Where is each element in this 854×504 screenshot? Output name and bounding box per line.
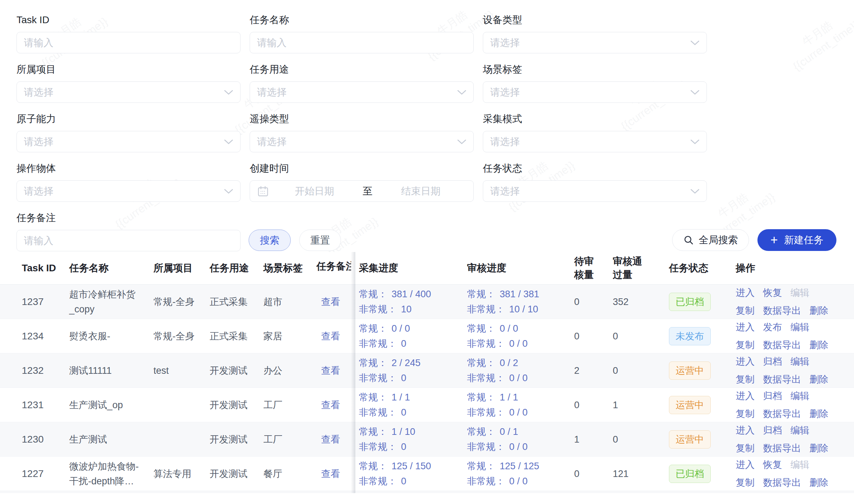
enter-link[interactable]: 进入 [736,285,755,300]
cell-collect-progress: 常规：1 / 1 非常规：0 [359,390,467,420]
enter-link[interactable]: 进入 [736,457,755,472]
enter-link[interactable]: 进入 [736,320,755,335]
select-placeholder: 请选择 [490,135,520,148]
delete-link[interactable]: 删除 [809,372,828,387]
task-id-input[interactable] [24,37,233,48]
collect-mode-select[interactable]: 请选择 [483,131,707,152]
chevron-down-icon [690,40,699,46]
scene-tag-select[interactable]: 请选择 [483,81,707,103]
export-link[interactable]: 数据导出 [763,303,801,318]
copy-link[interactable]: 复制 [736,406,755,422]
task-name-input[interactable] [257,37,466,48]
cell-actions: 进入 恢复 编辑 复制 数据导出 删除 [736,285,841,318]
select-placeholder: 请选择 [24,135,53,148]
status-badge: 已归档 [669,465,711,483]
delete-link[interactable]: 删除 [809,441,828,456]
field-operate-object: 操作物体 请选择 [17,163,241,201]
search-button[interactable]: 搜索 [249,230,291,251]
view-remark-link[interactable]: 查看 [321,400,340,410]
view-remark-link[interactable]: 查看 [321,297,340,307]
export-link[interactable]: 数据导出 [763,406,801,422]
header-pending-count: 待审核量 [574,255,613,281]
create-time-daterange[interactable]: 开始日期 至 结束日期 [250,180,474,202]
delete-link[interactable]: 删除 [809,475,828,490]
restore-link[interactable]: 恢复 [763,285,782,300]
operate-object-select[interactable]: 请选择 [17,180,241,202]
enter-link[interactable]: 进入 [736,423,755,438]
edit-link[interactable]: 编辑 [790,389,809,404]
enter-link[interactable]: 进入 [736,354,755,369]
table-row: 1231 生产测试_op 开发测试 工厂 查看 常规：1 / 1 非常规：0 常… [0,388,854,422]
cell-status: 运营中 [669,362,736,380]
delete-link[interactable]: 删除 [809,338,828,353]
project-select[interactable]: 请选择 [17,81,241,103]
search-icon [683,235,694,245]
task-name-input-wrap [250,32,474,53]
task-remark-input[interactable] [24,235,233,246]
edit-link[interactable]: 编辑 [790,354,809,369]
export-link[interactable]: 数据导出 [763,441,801,456]
end-date-input[interactable]: 结束日期 [375,185,466,198]
select-placeholder: 请选择 [490,36,520,49]
copy-link[interactable]: 复制 [736,441,755,456]
create-task-button[interactable]: + 新建任务 [757,229,836,251]
cell-purpose: 正式采集 [210,294,263,309]
reset-button[interactable]: 重置 [299,230,341,251]
cell-review-progress: 常规：381 / 381 非常规：10 / 10 [467,287,574,317]
cell-status: 未发布 [669,327,736,345]
edit-link[interactable]: 编辑 [790,320,809,335]
export-link[interactable]: 数据导出 [763,475,801,490]
enter-link[interactable]: 进入 [736,389,755,404]
view-remark-link[interactable]: 查看 [321,469,340,479]
view-remark-link[interactable]: 查看 [321,434,340,445]
cell-purpose: 开发测试 [210,363,263,378]
date-range-separator: 至 [360,185,375,198]
header-approved-count: 审核通过量 [613,255,669,281]
cell-actions: 进入 归档 编辑 复制 数据导出 删除 [736,354,841,387]
export-link[interactable]: 数据导出 [763,372,801,387]
task-status-select[interactable]: 请选择 [483,180,707,202]
cell-approved-count: 0 [613,363,669,378]
delete-link[interactable]: 删除 [809,303,828,318]
cell-review-progress: 常规：125 / 125 非常规：0 / 0 [467,459,574,489]
cell-pending-count: 0 [574,294,613,309]
field-atomic-ability: 原子能力 请选择 [17,113,241,152]
archive-link[interactable]: 归档 [763,354,782,369]
cell-purpose: 开发测试 [210,432,263,447]
create-task-label: 新建任务 [784,233,823,247]
cell-actions: 进入 归档 编辑 复制 数据导出 删除 [736,423,841,456]
publish-link[interactable]: 发布 [763,320,782,335]
atomic-ability-select[interactable]: 请选择 [17,131,241,152]
delete-link[interactable]: 删除 [809,406,828,422]
field-task-name: 任务名称 [250,14,474,53]
field-task-remark: 任务备注 [17,212,241,251]
start-date-input[interactable]: 开始日期 [269,185,360,198]
global-search-label: 全局搜索 [699,233,738,247]
device-type-select[interactable]: 请选择 [483,32,707,53]
global-search-button[interactable]: 全局搜索 [672,229,749,251]
cell-task-id: 1234 [22,329,69,344]
field-collect-mode: 采集模式 请选择 [483,113,707,152]
view-remark-link[interactable]: 查看 [321,331,340,341]
cell-project: 常规-全身 [153,294,210,309]
edit-link[interactable]: 编辑 [790,423,809,438]
chevron-down-icon [224,139,233,145]
select-placeholder: 请选择 [490,86,520,99]
cell-collect-progress: 常规：1 / 10 非常规：0 [359,424,467,455]
copy-link[interactable]: 复制 [736,372,755,387]
task-purpose-select[interactable]: 请选择 [250,81,474,103]
field-label: 操作物体 [17,163,241,174]
field-label: 任务用途 [250,64,474,75]
export-link[interactable]: 数据导出 [763,338,801,353]
copy-link[interactable]: 复制 [736,303,755,318]
copy-link[interactable]: 复制 [736,475,755,490]
archive-link[interactable]: 归档 [763,423,782,438]
view-remark-link[interactable]: 查看 [321,365,340,376]
cell-actions: 进入 恢复 编辑 复制 数据导出 删除 [736,457,841,490]
teleop-type-select[interactable]: 请选择 [250,131,474,152]
cell-task-id: 1232 [22,363,69,378]
archive-link[interactable]: 归档 [763,389,782,404]
fixed-column-shadow [351,252,355,493]
copy-link[interactable]: 复制 [736,338,755,353]
restore-link[interactable]: 恢复 [763,457,782,472]
